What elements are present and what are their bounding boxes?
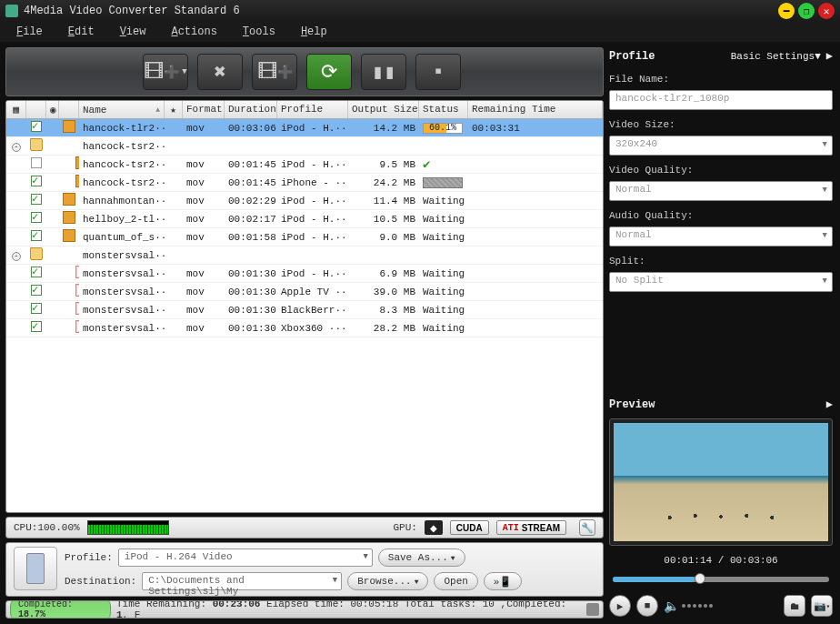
transfer-button[interactable]: »📱: [484, 572, 523, 590]
seek-slider[interactable]: [613, 577, 829, 582]
row-checkbox[interactable]: [31, 230, 42, 241]
stop-button[interactable]: ▪: [415, 54, 461, 90]
row-checkbox[interactable]: [31, 303, 42, 314]
row-checkbox[interactable]: [31, 176, 42, 186]
col-profile[interactable]: Profile: [277, 101, 348, 118]
table-row[interactable]: monstersvsal···mov00:01:30iPod - H.···6.…: [6, 265, 603, 283]
row-profile: BlackBerr···: [277, 305, 348, 316]
expand-profile-icon[interactable]: ▶: [826, 49, 833, 63]
vq-combo[interactable]: Normal: [609, 181, 833, 201]
row-format: mov: [183, 196, 225, 206]
table-row[interactable]: hancock-tsr2···mov00:01:45iPod - H.···9.…: [6, 156, 603, 174]
row-status: Waiting: [419, 232, 468, 243]
table-row[interactable]: monstersvsal···mov00:01:30Apple TV ···39…: [6, 283, 603, 301]
filename-label: File Name:: [609, 74, 833, 85]
col-checkbox[interactable]: ▦: [6, 101, 26, 118]
device-icon[interactable]: [14, 547, 57, 590]
row-duration: 00:01:30: [225, 287, 277, 297]
col-output-size[interactable]: Output Size: [348, 101, 419, 118]
snapshot-folder-button[interactable]: 🖿: [784, 595, 805, 617]
snapshot-button[interactable]: 📷▾: [811, 595, 833, 617]
settings-button[interactable]: 🔧: [579, 519, 595, 536]
menu-file[interactable]: File: [16, 25, 43, 38]
aq-combo[interactable]: Normal: [609, 226, 833, 247]
col-duration[interactable]: Duration: [225, 101, 277, 118]
profile-dest-panel: Profile: iPod - H.264 Video Save As...▼ …: [5, 542, 604, 597]
row-name: monstersvsal···: [79, 305, 165, 316]
cpu-graph: [87, 520, 169, 535]
videosize-combo[interactable]: 320x240: [609, 136, 833, 156]
table-row[interactable]: quantum_of_s···mov00:01:58iPod - H.···9.…: [6, 228, 603, 247]
table-row[interactable]: hellboy_2-tl···mov00:02:17iPod - H.···10…: [6, 210, 603, 228]
minimize-button[interactable]: ━: [778, 3, 795, 19]
table-row[interactable]: hancock-tsr2···mov00:01:45iPhone - ···24…: [6, 174, 603, 192]
filename-input[interactable]: hancock-tlr2r_1080p: [609, 90, 833, 110]
col-remaining[interactable]: Remaining Time: [468, 101, 603, 118]
aq-label: Audio Quality:: [609, 210, 833, 221]
expand-preview-icon[interactable]: ▶: [826, 398, 833, 411]
table-row[interactable]: monstersvsal···mov00:01:30Xbox360 ···28.…: [6, 319, 603, 337]
row-name: hancock-tsr2···: [79, 177, 165, 188]
profile-combo[interactable]: iPod - H.264 Video: [118, 549, 373, 567]
expand-icon[interactable]: -: [12, 143, 21, 152]
menu-edit[interactable]: Edit: [68, 25, 95, 38]
file-list-body: hancock-tlr2···mov00:03:06iPod - H.···14…: [6, 119, 603, 512]
basic-settings-dropdown[interactable]: Basic Settings▼: [731, 51, 821, 62]
col-name[interactable]: Name: [79, 101, 165, 118]
open-button[interactable]: Open: [434, 572, 477, 590]
col-star[interactable]: ★: [165, 101, 183, 118]
status-text: Time Remaining: 00:23:06 Elapsed time: 0…: [116, 600, 581, 619]
row-size: 10.5 MB: [348, 214, 419, 225]
split-combo[interactable]: No Split: [609, 272, 833, 292]
row-format: mov: [183, 305, 225, 316]
close-button[interactable]: ✕: [818, 3, 835, 19]
folder-icon: [30, 247, 43, 260]
table-row[interactable]: hancock-tlr2···mov00:03:06iPod - H.···14…: [6, 119, 603, 137]
maximize-button[interactable]: ❐: [798, 3, 815, 19]
menu-help[interactable]: Help: [301, 25, 327, 38]
table-row[interactable]: -hancock-tsr2···: [6, 137, 603, 156]
report-icon[interactable]: [586, 603, 599, 616]
row-checkbox[interactable]: [31, 267, 42, 277]
play-button[interactable]: ▶: [609, 595, 631, 617]
row-checkbox[interactable]: [31, 121, 42, 132]
col-status[interactable]: Status: [419, 101, 468, 118]
preview-image[interactable]: [614, 423, 828, 541]
row-status: ✔: [419, 156, 468, 172]
table-row[interactable]: hannahmontan···mov00:02:29iPod - H.···11…: [6, 192, 603, 210]
expand-icon[interactable]: -: [12, 252, 21, 261]
table-row[interactable]: monstersvsal···mov00:01:30BlackBerr···8.…: [6, 301, 603, 319]
row-checkbox[interactable]: [31, 212, 42, 223]
save-as-button[interactable]: Save As...▼: [378, 549, 465, 567]
row-profile: iPhone - ···: [277, 177, 348, 188]
volume-control[interactable]: 🔈: [664, 599, 778, 614]
col-format[interactable]: Format: [183, 101, 225, 118]
row-profile: iPod - H.···: [277, 159, 348, 170]
delete-button[interactable]: ✖: [197, 54, 243, 90]
app-logo-icon: [5, 5, 18, 17]
add-file-button[interactable]: 🎞➕▼: [143, 54, 188, 90]
convert-button[interactable]: ⟳: [306, 54, 352, 90]
stop-preview-button[interactable]: ■: [636, 595, 658, 617]
row-checkbox[interactable]: [31, 157, 42, 168]
row-checkbox[interactable]: [31, 285, 42, 296]
row-size: 9.5 MB: [348, 159, 419, 170]
row-size: 39.0 MB: [348, 287, 419, 297]
pause-button[interactable]: ▮▮: [361, 54, 406, 90]
col-expand[interactable]: [26, 101, 46, 118]
col-favicon[interactable]: ◉: [46, 101, 59, 118]
row-checkbox[interactable]: [31, 321, 42, 332]
profile-title: Profile: [609, 50, 655, 63]
profile-panel-header: Profile Basic Settings▼ ▶: [609, 47, 833, 65]
add-profile-button[interactable]: 🎞➕: [252, 54, 297, 90]
menu-tools[interactable]: Tools: [243, 25, 275, 38]
row-checkbox[interactable]: [31, 194, 42, 205]
menu-view[interactable]: View: [120, 25, 146, 38]
row-name: monstersvsal···: [79, 323, 165, 334]
browse-button[interactable]: Browse...▼: [347, 572, 428, 590]
menu-actions[interactable]: Actions: [171, 25, 216, 38]
destination-combo[interactable]: C:\Documents and Settings\slj\My: [142, 572, 342, 590]
table-row[interactable]: -monstersvsal···: [6, 247, 603, 265]
col-type[interactable]: [59, 101, 79, 118]
done-icon: ✔: [423, 157, 430, 172]
